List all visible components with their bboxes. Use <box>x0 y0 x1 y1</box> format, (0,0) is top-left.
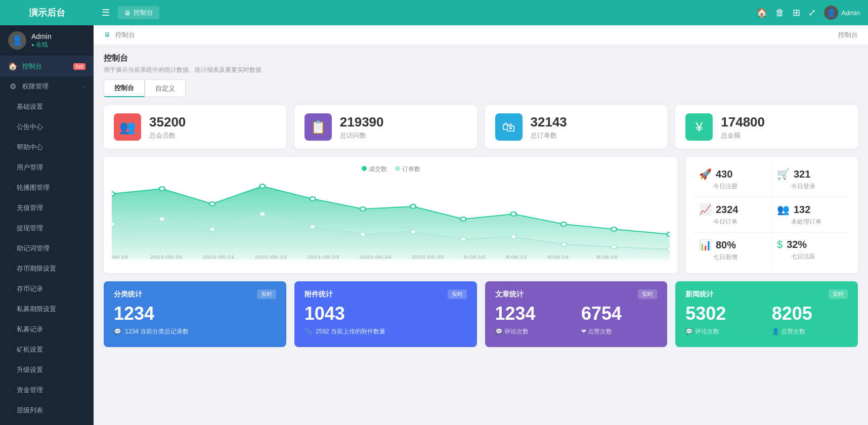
bottom-card-title: 分类统计 <box>114 290 142 299</box>
sidebar-item-faq[interactable]: ○助记词管理 <box>0 238 94 259</box>
double-label-2: 👤 点赞次数 <box>772 327 848 336</box>
side-stat-top: 🚀 430 <box>699 168 766 180</box>
bottom-row: 分类统计 实时 1234 💬 1234 当前分类总记录数 附件统计 实时 104… <box>94 281 868 347</box>
sidebar-item-asset[interactable]: ○资金管理 <box>0 380 94 400</box>
bottom-card-badge: 实时 <box>448 289 467 299</box>
dot-icon: ○ <box>8 307 11 312</box>
home-icon[interactable]: 🏠 <box>756 7 767 18</box>
svg-text:2021-06-25: 2021-06-25 <box>412 254 444 260</box>
sidebar-item-upgrade[interactable]: ○升级设置 <box>0 360 94 380</box>
sidebar-item-dashboard[interactable]: 🏠控制台hot <box>0 56 94 76</box>
stat-label: 总会员数 <box>149 131 186 140</box>
stat-icon: 📋 <box>305 113 332 141</box>
dot-icon: ○ <box>8 348 11 352</box>
sidebar-item-users[interactable]: ○用户管理 <box>0 157 94 178</box>
sidebar-item-privacy_record[interactable]: ○私募记录 <box>0 319 94 339</box>
tab-控制台[interactable]: 控制台 <box>104 79 145 97</box>
sidebar: 演示后台 👤 Admin 在线 🏠控制台hot⚙权限管理‹○基础设置○公告中心○… <box>0 0 94 425</box>
stat-card-总会员数: 👥 35200 总会员数 <box>104 105 286 149</box>
sidebar-item-label: 升级设置 <box>17 365 85 374</box>
svg-point-6 <box>410 204 416 208</box>
side-stat-icon: 🚀 <box>699 168 712 180</box>
sidebar-user: 👤 Admin 在线 <box>0 25 94 56</box>
side-stat-label: 未处理订单 <box>791 218 845 226</box>
sidebar-item-help[interactable]: ○帮助中心 <box>0 137 94 157</box>
topbar-admin[interactable]: 👤 Admin <box>824 6 860 20</box>
menu-toggle-icon[interactable]: ☰ <box>102 7 110 18</box>
sidebar-item-notice[interactable]: ○公告中心 <box>0 117 94 137</box>
grid-icon[interactable]: ⊞ <box>793 7 800 18</box>
sidebar-item-label: 公告中心 <box>17 122 85 132</box>
stat-icon: 🛍 <box>495 113 523 141</box>
side-stat-今日订单: 📈 2324 今日订单 <box>694 197 772 233</box>
stat-icon: ¥ <box>685 113 713 141</box>
svg-text:2021-06-20: 2021-06-20 <box>150 254 182 260</box>
delete-icon[interactable]: 🗑 <box>775 8 785 18</box>
fullscreen-icon[interactable]: ⤢ <box>808 7 816 18</box>
sidebar-item-withdraw[interactable]: ○提现管理 <box>0 218 94 238</box>
svg-point-14 <box>209 227 215 231</box>
bottom-card-sub: 💬 1234 当前分类总记录数 <box>114 327 276 336</box>
svg-point-23 <box>667 247 670 251</box>
sub-count: 2592 <box>316 328 329 335</box>
topbar-current-tab[interactable]: 🖥 控制台 <box>118 6 159 19</box>
sidebar-item-permissions[interactable]: ⚙权限管理‹ <box>0 76 94 97</box>
sidebar-item-recharge[interactable]: ○充值管理 <box>0 198 94 218</box>
svg-point-18 <box>410 230 416 234</box>
bottom-card-badge: 实时 <box>829 289 848 299</box>
svg-point-22 <box>611 245 617 249</box>
side-stat-top: 📈 2324 <box>699 203 766 216</box>
breadcrumb-bar: 🖥 控制台 控制台 <box>94 25 868 45</box>
topbar-right: 🏠 🗑 ⊞ ⤢ 👤 Admin <box>756 6 860 20</box>
legend-dot <box>362 166 367 171</box>
sidebar-item-label: 层级列表 <box>17 406 85 415</box>
side-stat-label: 今日订单 <box>713 218 766 226</box>
double-col-1: 5302 💬 评论次数 <box>685 303 761 336</box>
side-stat-icon: 📈 <box>699 203 712 216</box>
sidebar-item-privacy_limit[interactable]: ○私募期限设置 <box>0 299 94 319</box>
double-icon-2: 👤 <box>772 328 779 335</box>
sidebar-logo: 演示后台 <box>0 0 94 25</box>
sidebar-item-tier[interactable]: ○层级列表 <box>0 400 94 420</box>
sidebar-item-label: 用户管理 <box>17 163 85 172</box>
side-stat-num: 321 <box>794 168 810 180</box>
side-stat-icon: $ <box>777 239 783 250</box>
bottom-card-header: 新闻统计 实时 <box>685 289 848 299</box>
breadcrumb-icon: 🖥 <box>104 31 110 38</box>
sidebar-item-mine[interactable]: ○矿机设置 <box>0 339 94 360</box>
dot-icon: ○ <box>8 368 11 372</box>
side-stat-num: 2324 <box>716 204 739 216</box>
side-stat-七日活跃: $ 32% 七日活跃 <box>772 233 850 268</box>
double-num-2: 8205 <box>772 303 848 324</box>
tab-自定义[interactable]: 自定义 <box>145 79 186 97</box>
bottom-card-sub: 📎 2592 当前上传的附件数量 <box>305 327 467 336</box>
dot-icon: ○ <box>8 206 11 210</box>
sidebar-item-carousel[interactable]: ○轮播图管理 <box>0 178 94 198</box>
dot-icon: ○ <box>8 105 11 109</box>
double-num-1: 5302 <box>685 303 761 324</box>
double-num-1: 1234 <box>495 303 571 324</box>
sidebar-item-lang[interactable]: ○语言包设置 <box>0 420 94 425</box>
svg-point-1 <box>159 187 165 191</box>
sidebar-nav: 🏠控制台hot⚙权限管理‹○基础设置○公告中心○帮助中心○用户管理○轮播图管理○… <box>0 56 94 425</box>
sidebar-item-deposit_limit[interactable]: ○存币期限设置 <box>0 259 94 279</box>
side-stat-num: 430 <box>716 168 732 180</box>
double-num-2: 6754 <box>581 303 657 324</box>
side-stat-今日登录: 🛒 321 今日登录 <box>772 162 850 197</box>
admin-name: Admin <box>841 9 860 17</box>
side-stat-今日注册: 🚀 430 今日注册 <box>694 162 772 197</box>
chart-card: 成交数订单数 <box>104 157 678 273</box>
arrow-icon: ‹ <box>83 83 85 90</box>
sidebar-item-label: 提现管理 <box>17 224 85 233</box>
chart-svg: 06-19 2021-06-20 2021-06-21 2021-06-22 2… <box>112 179 670 260</box>
svg-text:2021-06-21: 2021-06-21 <box>202 254 234 260</box>
sub-icon: 📎 <box>305 328 312 335</box>
sidebar-item-basic[interactable]: ○基础设置 <box>0 97 94 117</box>
stat-num: 219390 <box>340 114 384 130</box>
double-col-1: 1234 💬 评论次数 <box>495 303 571 336</box>
sidebar-item-label: 帮助中心 <box>17 143 85 152</box>
breadcrumb-text: 控制台 <box>115 31 135 38</box>
topbar-tab-label: 控制台 <box>134 8 153 17</box>
side-stat-top: 📊 80% <box>699 239 766 251</box>
sidebar-item-deposit_record[interactable]: ○存币记录 <box>0 279 94 299</box>
